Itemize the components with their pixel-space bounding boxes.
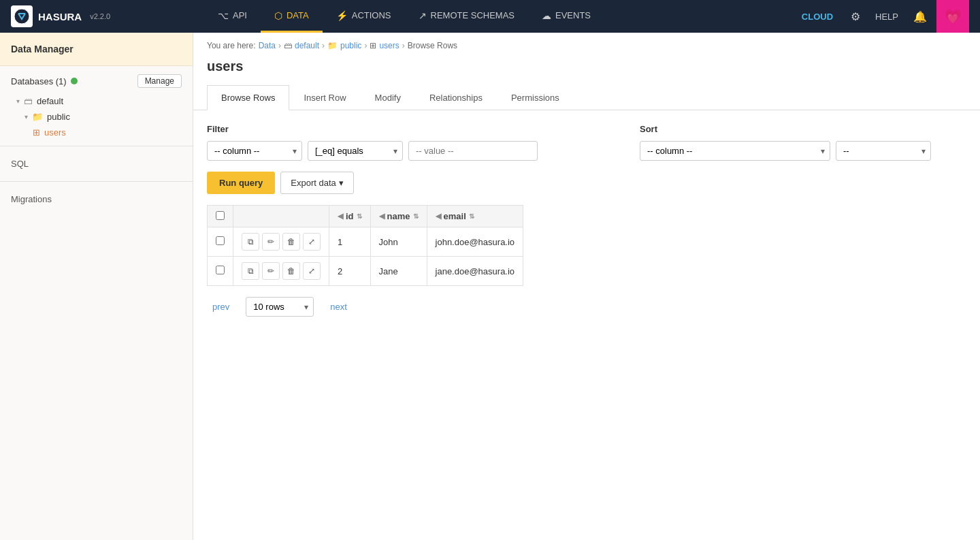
rows-per-page-wrapper: 10 rows 25 rows 50 rows 100 rows	[246, 297, 314, 317]
nav-actions[interactable]: ⚡ ACTIONS	[323, 0, 405, 33]
tab-modify[interactable]: Modify	[361, 85, 415, 110]
name-sort-icon[interactable]: ⇅	[413, 212, 419, 220]
filter-column-wrapper: -- column --	[207, 141, 302, 161]
sidebar-item-users[interactable]: ⊞ users	[0, 125, 193, 140]
filter-group: Filter -- column -- [_eq] equals [_ne] n…	[207, 124, 612, 161]
filter-value-input[interactable]	[408, 141, 538, 161]
settings-icon[interactable]: ⚙	[844, 0, 867, 33]
row2-checkbox[interactable]	[216, 266, 225, 274]
cloud-link[interactable]: CLOUD	[794, 12, 841, 22]
row2-clone-button[interactable]: ⧉	[242, 262, 259, 280]
table-wrapper: ◀ id ⇅ ◀ name ⇅	[193, 205, 980, 286]
notifications-icon[interactable]: 🔔	[906, 0, 934, 33]
row2-email: jane.doe@hasura.io	[427, 257, 523, 286]
main-content: You are here: Data › 🗃 default › 📁 publi…	[193, 33, 980, 540]
sort-direction-select[interactable]: -- asc desc	[836, 141, 931, 161]
breadcrumb-data[interactable]: Data	[259, 41, 276, 50]
row2-edit-button[interactable]: ✏	[262, 262, 280, 280]
select-all-checkbox[interactable]	[216, 211, 225, 220]
id-col-arrow: ◀	[338, 212, 343, 221]
sort-controls: -- column -- -- asc desc	[640, 141, 966, 161]
row2-delete-button[interactable]: 🗑	[282, 262, 300, 280]
logo-version: v2.2.0	[90, 12, 110, 20]
row1-checkbox[interactable]	[216, 236, 225, 245]
row2-expand-button[interactable]: ⤢	[303, 262, 321, 280]
logo-area: HASURA v2.2.0	[11, 5, 204, 27]
run-query-button[interactable]: Run query	[207, 172, 275, 194]
row1-name: John	[370, 227, 427, 257]
row1-email: john.doe@hasura.io	[427, 227, 523, 257]
pagination: prev 10 rows 25 rows 50 rows 100 rows ne…	[193, 286, 980, 328]
nav-actions-label: ACTIONS	[352, 10, 391, 20]
data-table: ◀ id ⇅ ◀ name ⇅	[207, 205, 523, 286]
tab-browse-rows[interactable]: Browse Rows	[207, 85, 289, 110]
header-actions	[233, 206, 329, 227]
nav-data[interactable]: ⬡ DATA	[261, 0, 323, 33]
nav-events[interactable]: ☁ EVENTS	[528, 0, 604, 33]
health-indicator	[71, 78, 78, 84]
breadcrumb-users[interactable]: users	[379, 41, 399, 50]
row2-name: Jane	[370, 257, 427, 286]
avatar-heart-icon: 💗	[945, 8, 962, 25]
databases-row: Databases (1) Manage	[0, 66, 193, 93]
actions-row: Run query Export data ▾	[193, 172, 980, 205]
nav-links: ⌥ API ⬡ DATA ⚡ ACTIONS ↗ REMOTE SCHEMAS …	[204, 0, 794, 33]
tab-insert-row[interactable]: Insert Row	[289, 85, 360, 110]
filter-operator-select[interactable]: [_eq] equals [_ne] not equals	[308, 141, 403, 161]
data-icon: ⬡	[274, 10, 282, 21]
nav-remote-schemas[interactable]: ↗ REMOTE SCHEMAS	[405, 0, 529, 33]
breadcrumb-db-icon: 🗃	[284, 41, 292, 50]
actions-icon: ⚡	[336, 10, 348, 21]
sidebar-item-public[interactable]: ▾ 📁 public	[0, 109, 193, 125]
export-caret-icon: ▾	[339, 178, 344, 188]
next-button[interactable]: next	[325, 299, 353, 315]
header-email: ◀ email ⇅	[427, 206, 523, 227]
public-schema-label: public	[47, 112, 70, 122]
tab-relationships[interactable]: Relationships	[415, 85, 497, 110]
breadcrumb-default[interactable]: default	[295, 41, 319, 50]
id-sort-icon[interactable]: ⇅	[357, 212, 362, 220]
email-sort-icon[interactable]: ⇅	[469, 212, 474, 220]
manage-button[interactable]: Manage	[137, 74, 182, 88]
data-manager-header: Data Manager	[0, 33, 193, 66]
rows-per-page-select[interactable]: 10 rows 25 rows 50 rows 100 rows	[246, 297, 314, 317]
filter-operator-wrapper: [_eq] equals [_ne] not equals	[308, 141, 403, 161]
sort-column-select[interactable]: -- column --	[640, 141, 830, 161]
sidebar: Data Manager Databases (1) Manage ▾ 🗃 de…	[0, 33, 193, 540]
prev-button[interactable]: prev	[207, 299, 235, 315]
export-data-label: Export data	[291, 178, 336, 188]
breadcrumb-table-icon: ⊞	[370, 41, 376, 50]
row1-edit-button[interactable]: ✏	[262, 233, 280, 251]
user-avatar[interactable]: 💗	[936, 0, 969, 33]
hasura-logo-icon	[11, 5, 33, 27]
tab-permissions[interactable]: Permissions	[497, 85, 574, 110]
sidebar-item-default[interactable]: ▾ 🗃 default	[0, 93, 193, 109]
page-title: users	[193, 56, 980, 85]
tabs-bar: Browse Rows Insert Row Modify Relationsh…	[193, 85, 980, 110]
databases-label: Databases (1)	[11, 76, 78, 86]
filter-label: Filter	[207, 124, 612, 134]
header-email-label: email	[444, 211, 466, 221]
help-link[interactable]: HELP	[870, 12, 904, 22]
row1-delete-button[interactable]: 🗑	[282, 233, 300, 251]
header-name: ◀ name ⇅	[370, 206, 427, 227]
table-icon: ⊞	[33, 127, 40, 138]
export-data-button[interactable]: Export data ▾	[280, 172, 354, 194]
sidebar-item-sql[interactable]: SQL	[0, 152, 193, 176]
nav-api-label: API	[233, 10, 247, 20]
sidebar-item-migrations[interactable]: Migrations	[0, 187, 193, 211]
header-checkbox-cell	[208, 206, 233, 227]
row1-actions: ⧉ ✏ 🗑 ⤢	[233, 227, 329, 257]
header-name-label: name	[387, 211, 410, 221]
filter-column-select[interactable]: -- column --	[207, 141, 302, 161]
row1-id: 1	[329, 227, 371, 257]
nav-api[interactable]: ⌥ API	[204, 0, 261, 33]
row2-actions: ⧉ ✏ 🗑 ⤢	[233, 257, 329, 286]
row1-expand-button[interactable]: ⤢	[303, 233, 321, 251]
row1-clone-button[interactable]: ⧉	[242, 233, 259, 251]
app-body: Data Manager Databases (1) Manage ▾ 🗃 de…	[0, 33, 980, 540]
filter-sort-section: Filter -- column -- [_eq] equals [_ne] n…	[193, 110, 980, 172]
db-icon: 🗃	[24, 96, 33, 106]
breadcrumb: You are here: Data › 🗃 default › 📁 publi…	[193, 33, 980, 56]
breadcrumb-public[interactable]: public	[340, 41, 361, 50]
